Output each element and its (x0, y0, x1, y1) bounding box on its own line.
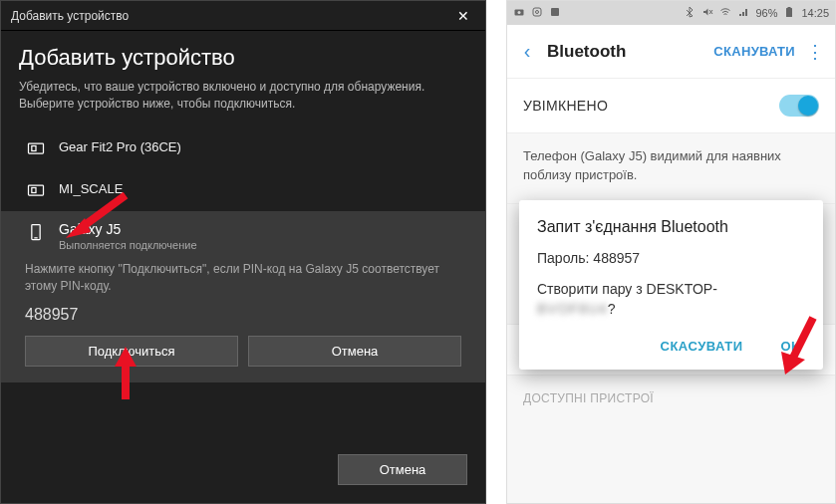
pin-hint: Нажмите кнопку "Подключиться", если PIN-… (25, 261, 461, 295)
battery-status-icon (783, 6, 795, 20)
more-icon[interactable]: ⋮ (805, 41, 825, 63)
device-label: Gear Fit2 Pro (36CE) (59, 137, 181, 154)
pin-code: 488957 (25, 306, 461, 324)
display-icon (25, 179, 47, 201)
visibility-text: Телефон (Galaxy J5) видимий для наявних … (507, 133, 835, 204)
dialog-subtext: Убедитесь, что ваше устройство включено … (19, 79, 467, 114)
bluetooth-enabled-row: УВІМКНЕНО (507, 79, 835, 133)
cancel-pairing-button[interactable]: Отмена (248, 336, 461, 367)
available-devices-label: ДОСТУПНІ ПРИСТРОЇ (507, 376, 835, 413)
titlebar-text: Добавить устройство (11, 9, 129, 23)
scan-button[interactable]: СКАНУВАТИ (713, 44, 795, 59)
svg-rect-17 (786, 8, 792, 17)
mute-status-icon (701, 6, 713, 20)
device-status: Выполняется подключение (59, 239, 197, 251)
svg-point-11 (518, 11, 521, 14)
dialog-cancel-button[interactable]: СКАСУВАТИ (657, 333, 747, 360)
signal-status-icon (737, 6, 749, 20)
instagram-status-icon (531, 6, 543, 20)
facebook-status-icon (549, 6, 561, 20)
back-icon[interactable]: ‹ (517, 40, 537, 63)
windows-add-device-dialog: Добавить устройство ✕ Добавить устройств… (0, 0, 486, 504)
connect-button[interactable]: Подключиться (25, 336, 238, 367)
pairing-dialog: Запит з'єднання Bluetooth Пароль: 488957… (519, 200, 823, 370)
dialog-title: Запит з'єднання Bluetooth (537, 218, 805, 236)
dialog-ok-button[interactable]: OK (777, 333, 806, 360)
titlebar: Добавить устройство ✕ (1, 1, 485, 31)
svg-rect-14 (551, 8, 559, 16)
bluetooth-header: ‹ Bluetooth СКАНУВАТИ ⋮ (507, 25, 835, 79)
wearable-icon (25, 137, 47, 159)
android-bluetooth-screen: 96% 14:25 ‹ Bluetooth СКАНУВАТИ ⋮ УВІМКН… (506, 0, 836, 504)
dialog-cancel-button[interactable]: Отмена (338, 454, 467, 485)
svg-rect-12 (533, 8, 541, 16)
device-item-mi-scale[interactable]: MI_SCALE (19, 169, 467, 211)
close-icon[interactable]: ✕ (451, 8, 475, 24)
bluetooth-status-icon (684, 6, 696, 20)
battery-percent: 96% (755, 7, 777, 19)
device-item-galaxy-j5-selected[interactable]: Galaxy J5 Выполняется подключение Нажмит… (1, 211, 485, 383)
device-label: MI_SCALE (59, 179, 123, 196)
phone-icon (25, 221, 47, 243)
svg-rect-1 (32, 145, 36, 150)
status-bar: 96% 14:25 (507, 1, 835, 25)
clock: 14:25 (801, 7, 829, 19)
device-name: Galaxy J5 (59, 221, 197, 237)
dialog-password: Пароль: 488957 (537, 250, 805, 266)
page-title: Bluetooth (547, 42, 703, 62)
dialog-body: Добавить устройство Убедитесь, что ваше … (1, 31, 485, 440)
bluetooth-toggle[interactable] (779, 95, 819, 117)
enabled-label: УВІМКНЕНО (523, 98, 608, 114)
dialog-heading: Добавить устройство (19, 45, 467, 71)
camera-status-icon (513, 6, 525, 20)
svg-point-13 (536, 11, 539, 14)
device-item-gear-fit[interactable]: Gear Fit2 Pro (36CE) (19, 127, 467, 169)
dialog-footer: Отмена (1, 440, 485, 503)
svg-rect-18 (788, 7, 791, 8)
wifi-status-icon (719, 6, 731, 20)
dialog-pair-text: Створити пару з DESKTOP- BVOF8U4? (537, 280, 805, 319)
svg-rect-3 (32, 187, 36, 192)
